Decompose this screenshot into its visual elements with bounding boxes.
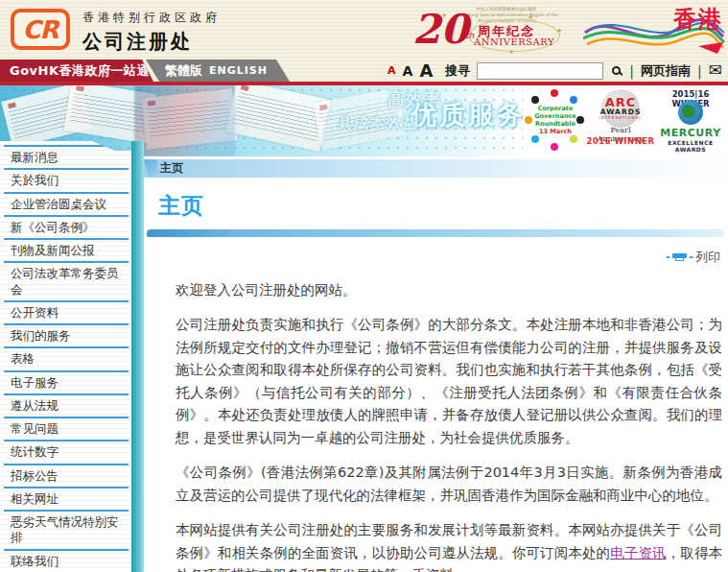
divider: | xyxy=(629,63,634,79)
star-icon: ★ xyxy=(556,27,562,35)
banner-slogan-cost: 具成本效益 xyxy=(338,114,419,132)
font-size-small-button[interactable]: A xyxy=(387,64,396,77)
title-divider-bar xyxy=(147,229,724,237)
roundtable-dot xyxy=(531,135,539,143)
cr-logo-icon[interactable]: CR xyxy=(11,9,70,50)
page: CR 香港特别行政区政府 公司注册处 中华人民共和国香港特别行政区 Hong K… xyxy=(0,0,728,572)
sidebar-item-roundtable[interactable]: 企业管治圆桌会议 xyxy=(4,192,129,215)
search-label: 搜寻 xyxy=(445,62,470,80)
star-icon: ★ xyxy=(528,13,533,21)
star-icon: ★ xyxy=(508,48,514,56)
print-dash: - xyxy=(689,250,693,264)
paragraph-website-info: 本网站提供有关公司注册处的主要服务和发展计划等最新资料。本网站亦提供关于《公司条… xyxy=(176,519,722,572)
office-photo xyxy=(134,85,235,156)
print-label: 列印 xyxy=(695,249,720,266)
sidebar-item-our-services[interactable]: 我们的服务 xyxy=(4,323,129,346)
sidebar-menu: 最新消息 关於我们 企业管治圆桌会议 新《公司条例》 刊物及新闻公报 公司法改革… xyxy=(0,145,131,572)
teal-divider-strip xyxy=(131,141,144,572)
sidebar-item-e-services[interactable]: 电子服务 xyxy=(4,370,129,393)
nav-tools: A A A 搜寻 | 网页指南 | ✉ xyxy=(387,60,722,82)
mail-icon[interactable]: ✉ xyxy=(709,62,722,79)
banner-slogan-quality: 优质服务 xyxy=(411,98,526,132)
search-input[interactable] xyxy=(477,62,603,80)
search-icon[interactable] xyxy=(612,66,621,75)
print-icon xyxy=(672,253,687,261)
sidebar-item-about-us[interactable]: 关於我们 xyxy=(4,168,129,191)
mercury-globe-icon xyxy=(678,100,703,125)
paragraph-welcome: 欢迎登入公司注册处的网站。 xyxy=(176,279,722,301)
govhk-link[interactable]: GovHK香港政府一站通 xyxy=(0,60,155,82)
font-size-medium-button[interactable]: A xyxy=(403,63,413,79)
main-content: 主页 主页 - - 列印 欢迎登入公司注册处的网站。 公司注册处负责实施和执行《… xyxy=(144,156,728,572)
sidebar-item-related-links[interactable]: 相关网址 xyxy=(4,487,129,510)
anniversary-label-en: ANNIVERSARY xyxy=(474,36,554,47)
roundtable-dot xyxy=(551,143,558,151)
sidebar-item-faq[interactable]: 常见问题 xyxy=(4,417,129,440)
e-newsletter-link[interactable]: 电子资讯 xyxy=(610,545,666,560)
breadcrumb: 主页 xyxy=(144,159,728,178)
print-dash: - xyxy=(666,250,670,264)
page-title: 主页 xyxy=(158,191,728,221)
sidebar-item-publications[interactable]: 刊物及新闻公报 xyxy=(4,238,129,261)
sidebar-item-bad-weather[interactable]: 恶劣天气情况特别安排 xyxy=(4,510,129,549)
award-mercury-logo: 2015|16 WINNER MERCURY EXCELLENCE AWARDS xyxy=(655,87,726,155)
anniversary-20-emblem: 中华人民共和国香港特别行政区 Hong Kong Special Adminis… xyxy=(412,2,571,56)
anniversary-th: th xyxy=(465,31,474,40)
sidebar-item-compliance[interactable]: 遵从法规 xyxy=(4,393,129,417)
top-navbar: 繁體版 ENGLISH GovHK香港政府一站通 A A A 搜寻 | 网页指南… xyxy=(0,60,728,82)
paragraph-duties: 公司注册处负责实施和执行《公司条例》的大部分条文。本处注册本地和非香港公司；为法… xyxy=(176,314,722,449)
sidebar-item-contact-us[interactable]: 联络我们 xyxy=(4,549,129,572)
department-title: 香港特别行政区政府 公司注册处 xyxy=(82,10,221,55)
paragraph-ordinance: 《公司条例》(香港法例第622章)及其附属法例于2014年3月3日实施。新条例为… xyxy=(176,462,722,507)
header: CR 香港特别行政区政府 公司注册处 中华人民共和国香港特别行政区 Hong K… xyxy=(0,0,728,60)
award-arc-logo: ARC AWARDS INTERNATIONAL Pearl Anniversa… xyxy=(586,87,655,155)
award-roundtable-text: Corporate Governance Roundtable 13 March xyxy=(530,105,580,136)
divider: | xyxy=(697,63,702,79)
award-roundtable-logo: Corporate Governance Roundtable 13 March xyxy=(523,87,586,155)
sidebar-item-public-info[interactable]: 公开资料 xyxy=(4,300,129,323)
article-body: 欢迎登入公司注册处的网站。 公司注册处负责实施和执行《公司条例》的大部分条文。本… xyxy=(176,279,722,572)
brand-hk-text: 香港 xyxy=(673,4,723,35)
font-size-large-button[interactable]: A xyxy=(419,60,433,81)
cr-logo-text: CR xyxy=(22,15,58,44)
roundtable-dot xyxy=(531,96,539,104)
breadcrumb-home[interactable]: 主页 xyxy=(144,160,183,177)
brand-hongkong: 香港 xyxy=(583,4,725,58)
roundtable-dot xyxy=(570,135,577,143)
department-name: 公司注册处 xyxy=(82,29,221,55)
traditional-chinese-link[interactable]: 繁體版 xyxy=(165,62,202,80)
sidebar: 最新消息 关於我们 企业管治圆桌会议 新《公司条例》 刊物及新闻公报 公司法改革… xyxy=(0,141,131,572)
site-guide-link[interactable]: 网页指南 xyxy=(641,62,691,80)
sidebar-item-forms[interactable]: 表格 xyxy=(4,346,129,369)
star-icon: ★ xyxy=(441,12,447,19)
hero-banner: 高效率 优质服务 具成本效益 Corporate Governance Roun… xyxy=(0,85,728,156)
english-link[interactable]: ENGLISH xyxy=(209,64,268,77)
awards-panel: Corporate Governance Roundtable 13 March… xyxy=(523,85,728,156)
sidebar-item-new-ordinance[interactable]: 新《公司条例》 xyxy=(4,215,129,238)
sidebar-item-tenders[interactable]: 招标公告 xyxy=(4,464,129,487)
government-name: 香港特别行政区政府 xyxy=(82,10,221,26)
roundtable-dot xyxy=(570,96,577,104)
sidebar-item-statistics[interactable]: 统计数字 xyxy=(4,440,129,463)
sidebar-item-law-reform-committee[interactable]: 公司法改革常务委员会 xyxy=(4,261,129,300)
roundtable-dot xyxy=(551,89,558,97)
print-link[interactable]: - - 列印 xyxy=(144,249,720,266)
